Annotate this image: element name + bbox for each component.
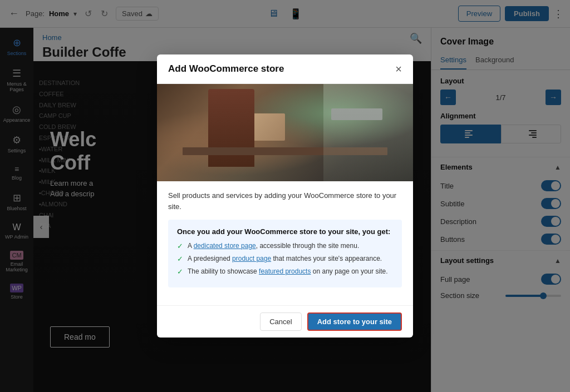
- modal-benefits-box: Once you add your WooCommerce store to y…: [168, 220, 402, 287]
- modal-header: Add WooCommerce store ×: [157, 54, 413, 84]
- benefit-item-2: ✓ A predesigned product page that matche…: [177, 254, 393, 264]
- check-icon-3: ✓: [177, 267, 183, 276]
- check-icon-2: ✓: [177, 255, 183, 263]
- modal-body: Sell products and services by adding you…: [157, 181, 413, 305]
- modal-benefits-title: Once you add your WooCommerce store to y…: [177, 227, 393, 236]
- add-store-button[interactable]: Add store to your site: [307, 312, 402, 331]
- benefit-text-2: A predesigned product page that matches …: [188, 254, 382, 264]
- benefit-text-1: A dedicated store page, accessible throu…: [188, 241, 359, 251]
- check-icon-1: ✓: [177, 242, 183, 250]
- cancel-button[interactable]: Cancel: [260, 312, 301, 331]
- modal-footer: Cancel Add store to your site: [157, 305, 413, 338]
- benefit-item-3: ✓ The ability to showcase featured produ…: [177, 267, 393, 276]
- add-woocommerce-modal: Add WooCommerce store ×: [157, 54, 413, 337]
- modal-image: [157, 84, 413, 181]
- modal-description: Sell products and services by adding you…: [168, 190, 402, 212]
- woocommerce-promo-image: [157, 84, 413, 181]
- modal-title: Add WooCommerce store: [168, 63, 284, 75]
- benefit-text-3: The ability to showcase featured product…: [188, 267, 388, 276]
- modal-overlay: Add WooCommerce store ×: [0, 0, 570, 392]
- benefit-item-1: ✓ A dedicated store page, accessible thr…: [177, 241, 393, 251]
- modal-close-button[interactable]: ×: [395, 63, 402, 75]
